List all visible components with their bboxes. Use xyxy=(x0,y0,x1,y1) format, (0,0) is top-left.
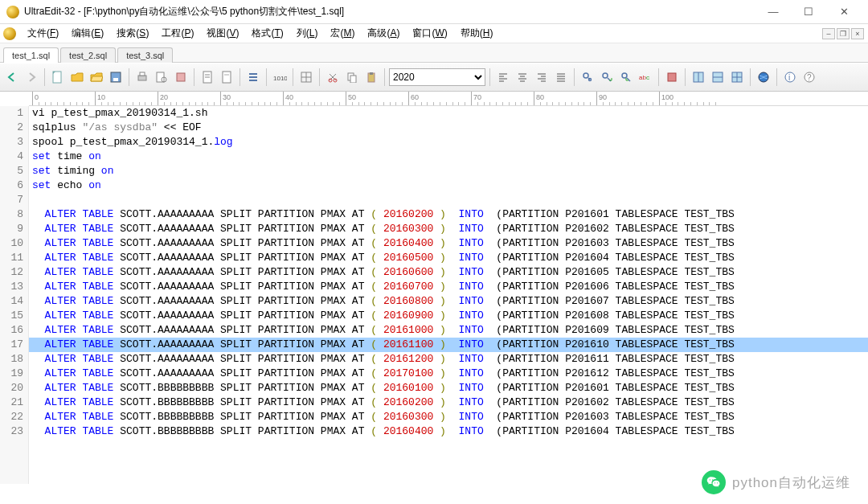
line-number: 9 xyxy=(0,222,23,236)
align-left-button[interactable] xyxy=(494,68,512,86)
line-number: 12 xyxy=(0,265,23,280)
code-line[interactable]: ALTER TABLE SCOTT.AAAAAAAAA SPLIT PARTIT… xyxy=(29,367,868,381)
mdi-restore-button[interactable]: ❐ xyxy=(837,28,850,39)
hex-button[interactable]: 10101 xyxy=(271,68,289,86)
svg-point-42 xyxy=(583,73,588,78)
code-line[interactable]: ALTER TABLE SCOTT.AAAAAAAAA SPLIT PARTIT… xyxy=(29,251,868,265)
svg-rect-3 xyxy=(138,76,146,80)
code-line[interactable] xyxy=(29,193,868,207)
menu-f[interactable]: 文件(F) xyxy=(21,26,65,40)
menu-l[interactable]: 列(L) xyxy=(290,26,325,40)
print-preview-button[interactable] xyxy=(153,68,170,86)
tool-a-button[interactable] xyxy=(172,68,190,86)
menu-s[interactable]: 搜索(S) xyxy=(110,26,155,40)
code-area[interactable]: vi p_test_pmax_20190314_1.shsqlplus "/as… xyxy=(29,106,868,484)
code-line[interactable]: spool p_test_pmax_20190314_1.log xyxy=(29,135,868,150)
paste-button[interactable] xyxy=(362,68,380,86)
find-button[interactable] xyxy=(579,68,596,86)
menu-t[interactable]: 格式(T) xyxy=(245,26,289,40)
open-folder-button[interactable] xyxy=(88,68,105,86)
code-line[interactable]: set echo on xyxy=(29,178,868,193)
mdi-minimize-button[interactable]: – xyxy=(822,28,835,39)
menu-a[interactable]: 高级(A) xyxy=(361,26,406,40)
svg-point-46 xyxy=(622,73,627,78)
menu-e[interactable]: 编辑(E) xyxy=(65,26,110,40)
copy-button[interactable] xyxy=(343,68,361,86)
code-line[interactable]: ALTER TABLE SCOTT.AAAAAAAAA SPLIT PARTIT… xyxy=(29,222,868,236)
list-button[interactable] xyxy=(244,68,262,86)
svg-rect-0 xyxy=(53,72,61,83)
editor[interactable]: 1234567891011121314151617181920212223 vi… xyxy=(0,106,868,484)
web-button[interactable] xyxy=(755,68,772,86)
doc-tab-2[interactable]: test_3.sql xyxy=(117,47,173,63)
doc-tab-1[interactable]: test_2.sql xyxy=(60,47,116,63)
menu-h[interactable]: 帮助(H) xyxy=(454,26,500,40)
code-line[interactable]: ALTER TABLE SCOTT.BBBBBBBBB SPLIT PARTIT… xyxy=(29,381,868,395)
code-line[interactable]: ALTER TABLE SCOTT.BBBBBBBBB SPLIT PARTIT… xyxy=(29,395,868,410)
info-button[interactable]: i xyxy=(781,68,799,86)
save-button[interactable] xyxy=(107,68,125,86)
split-grid-button[interactable] xyxy=(728,68,746,86)
tool-red-button[interactable] xyxy=(663,68,681,86)
svg-rect-23 xyxy=(350,76,356,83)
code-line[interactable]: set time on xyxy=(29,150,868,164)
align-justify-button[interactable] xyxy=(552,68,570,86)
new-file-button[interactable] xyxy=(49,68,67,86)
line-number: 22 xyxy=(0,410,23,424)
close-button[interactable]: ✕ xyxy=(826,1,862,23)
print-button[interactable] xyxy=(133,68,151,86)
code-line[interactable]: ALTER TABLE SCOTT.AAAAAAAAA SPLIT PARTIT… xyxy=(29,309,868,323)
doc-1-button[interactable] xyxy=(199,68,216,86)
window-titlebar: UltraEdit-32 - [F:\python\py自动化运维\公众号\5 … xyxy=(0,0,868,24)
split-v-button[interactable] xyxy=(709,68,727,86)
menu-m[interactable]: 宏(M) xyxy=(324,26,361,40)
code-line[interactable]: ALTER TABLE SCOTT.AAAAAAAAA SPLIT PARTIT… xyxy=(29,338,868,352)
code-line[interactable]: ALTER TABLE SCOTT.AAAAAAAAA SPLIT PARTIT… xyxy=(29,265,868,280)
menubar: 文件(F)编辑(E)搜索(S)工程(P)视图(V)格式(T)列(L)宏(M)高级… xyxy=(0,24,868,43)
replace-button[interactable]: abc xyxy=(637,68,654,86)
minimize-button[interactable]: — xyxy=(755,1,791,23)
line-number: 13 xyxy=(0,280,23,294)
line-number: 4 xyxy=(0,150,23,164)
code-line[interactable]: ALTER TABLE SCOTT.AAAAAAAAA SPLIT PARTIT… xyxy=(29,294,868,309)
align-right-button[interactable] xyxy=(533,68,551,86)
code-line[interactable]: ALTER TABLE SCOTT.AAAAAAAAA SPLIT PARTIT… xyxy=(29,236,868,251)
svg-text:10101: 10101 xyxy=(273,75,287,82)
menu-v[interactable]: 视图(V) xyxy=(200,26,245,40)
line-number: 21 xyxy=(0,395,23,410)
code-line[interactable]: ALTER TABLE SCOTT.AAAAAAAAA SPLIT PARTIT… xyxy=(29,280,868,294)
menu-w[interactable]: 窗口(W) xyxy=(406,26,453,40)
code-line[interactable]: ALTER TABLE SCOTT.BBBBBBBBB SPLIT PARTIT… xyxy=(29,410,868,424)
code-line[interactable]: sqlplus "/as sysdba" << EOF xyxy=(29,121,868,135)
font-size-select[interactable]: 2020 xyxy=(389,68,485,86)
mdi-close-button[interactable]: × xyxy=(851,28,864,39)
split-h-button[interactable] xyxy=(690,68,707,86)
window-title: UltraEdit-32 - [F:\python\py自动化运维\公众号\5 … xyxy=(24,5,755,18)
align-center-button[interactable] xyxy=(514,68,531,86)
code-line[interactable]: ALTER TABLE SCOTT.AAAAAAAAA SPLIT PARTIT… xyxy=(29,323,868,338)
line-number: 2 xyxy=(0,121,23,135)
find-prev-button[interactable] xyxy=(617,68,635,86)
maximize-button[interactable]: ☐ xyxy=(791,1,826,23)
forward-button[interactable] xyxy=(23,68,40,86)
code-line[interactable]: ALTER TABLE SCOTT.AAAAAAAAA SPLIT PARTIT… xyxy=(29,207,868,222)
svg-rect-2 xyxy=(113,78,118,81)
find-next-button[interactable] xyxy=(598,68,616,86)
code-line[interactable]: ALTER TABLE SCOTT.AAAAAAAAA SPLIT PARTIT… xyxy=(29,352,868,367)
svg-rect-4 xyxy=(140,72,145,76)
code-line[interactable]: set timing on xyxy=(29,164,868,178)
doc-tab-0[interactable]: test_1.sql xyxy=(3,47,59,63)
svg-rect-7 xyxy=(177,73,185,81)
open-file-button[interactable] xyxy=(68,68,86,86)
line-number: 8 xyxy=(0,207,23,222)
back-button[interactable] xyxy=(3,68,21,86)
doc-2-button[interactable] xyxy=(218,68,235,86)
grid-button[interactable] xyxy=(297,68,315,86)
svg-point-57 xyxy=(759,72,768,82)
help-button[interactable]: ? xyxy=(800,68,818,86)
code-line[interactable]: ALTER TABLE SCOTT.BBBBBBBBB SPLIT PARTIT… xyxy=(29,424,868,439)
code-line[interactable]: vi p_test_pmax_20190314_1.sh xyxy=(29,106,868,121)
menu-p[interactable]: 工程(P) xyxy=(155,26,200,40)
line-number: 15 xyxy=(0,309,23,323)
cut-button[interactable] xyxy=(324,68,342,86)
